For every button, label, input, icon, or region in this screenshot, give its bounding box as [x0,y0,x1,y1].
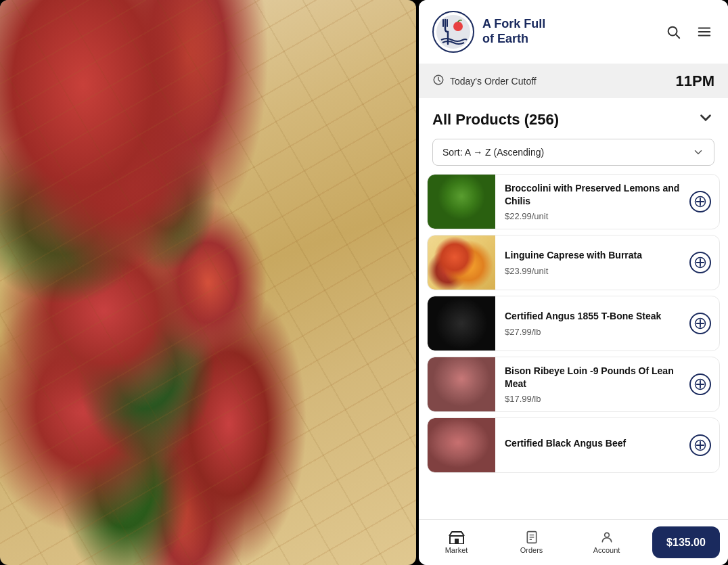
search-button[interactable] [663,22,683,42]
product-image-bison [428,357,495,411]
account-label: Account [593,546,620,554]
product-name: Broccolini with Preserved Lemons and Chi… [505,182,680,206]
header-icons [663,22,714,42]
nav-account[interactable]: Account [569,520,644,565]
products-chevron-icon[interactable] [697,109,714,131]
product-info-tbone: Certified Angus 1855 T-Bone Steak $27.99… [495,303,689,343]
cart-total: $135.00 [666,537,706,549]
logo-circle [432,11,474,53]
product-name: Bison Ribeye Loin -9 Pounds Of Lean Meat [505,365,680,389]
product-info-blackangus: Certified Black Angus Beef [495,430,689,460]
product-price: $27.99/lb [505,327,680,337]
add-linguine-button[interactable] [689,252,711,273]
svg-point-29 [604,533,609,537]
svg-rect-24 [455,539,459,544]
svg-line-3 [676,35,679,38]
nav-orders[interactable]: Orders [494,520,569,565]
sort-chevron-icon [692,146,704,158]
svg-point-1 [453,22,463,31]
cutoff-banner: Today's Order Cutoff 11PM [419,64,728,98]
hero-image [0,0,416,565]
product-info-bison: Bison Ribeye Loin -9 Pounds Of Lean Meat… [495,358,689,410]
product-item-linguine[interactable]: Linguine Caprese with Burrata $23.99/uni… [427,235,720,290]
cutoff-left: Today's Order Cutoff [432,74,537,89]
product-info-broccolini: Broccolini with Preserved Lemons and Chi… [495,175,689,227]
app-header: A Fork Full of Earth [419,0,728,64]
product-image-broccolini [428,175,495,229]
account-icon [600,530,614,544]
product-item-blackangus[interactable]: Certified Black Angus Beef [427,417,720,473]
app-panel: A Fork Full of Earth [419,0,728,565]
cutoff-label: Today's Order Cutoff [450,76,537,87]
product-item-broccolini[interactable]: Broccolini with Preserved Lemons and Chi… [427,174,720,229]
search-icon [666,24,681,39]
brand-name: A Fork Full of Earth [482,17,545,46]
product-item-bison[interactable]: Bison Ribeye Loin -9 Pounds Of Lean Meat… [427,357,720,412]
product-name: Certified Black Angus Beef [505,437,680,449]
product-name: Certified Angus 1855 T-Bone Steak [505,310,680,322]
orders-icon [525,530,539,544]
add-bison-button[interactable] [689,374,711,395]
product-item-tbone[interactable]: Certified Angus 1855 T-Bone Steak $27.99… [427,296,720,351]
products-header: All Products (256) [419,98,728,136]
cutoff-time: 11PM [676,72,714,90]
market-icon [449,530,465,544]
product-price: $22.99/unit [505,211,680,221]
product-image-linguine [428,235,495,290]
market-label: Market [445,546,468,554]
hamburger-icon [697,24,712,39]
food-photo [0,0,416,565]
products-title: All Products (256) [432,111,559,129]
product-price: $23.99/unit [505,266,680,276]
add-tbone-button[interactable] [689,313,711,334]
product-list: Broccolini with Preserved Lemons and Chi… [419,174,728,519]
product-info-linguine: Linguine Caprese with Burrata $23.99/uni… [495,242,689,282]
add-blackangus-button[interactable] [689,434,711,456]
bottom-nav: Market Orders Account $135.00 [419,519,728,565]
cart-button[interactable]: $135.00 [652,526,720,558]
sort-label: Sort: A → Z (Ascending) [442,147,544,158]
logo-svg [436,14,471,49]
clock-icon [432,74,445,89]
sort-dropdown[interactable]: Sort: A → Z (Ascending) [432,139,714,166]
svg-point-0 [436,15,470,49]
product-name: Linguine Caprese with Burrata [505,249,680,261]
nav-market[interactable]: Market [419,520,494,565]
product-image-blackangus [428,418,495,472]
product-image-tbone [428,296,495,351]
logo-area: A Fork Full of Earth [432,11,545,53]
add-broccolini-button[interactable] [689,191,711,212]
orders-label: Orders [520,546,543,554]
menu-button[interactable] [694,22,714,42]
product-price: $17.99/lb [505,394,680,404]
